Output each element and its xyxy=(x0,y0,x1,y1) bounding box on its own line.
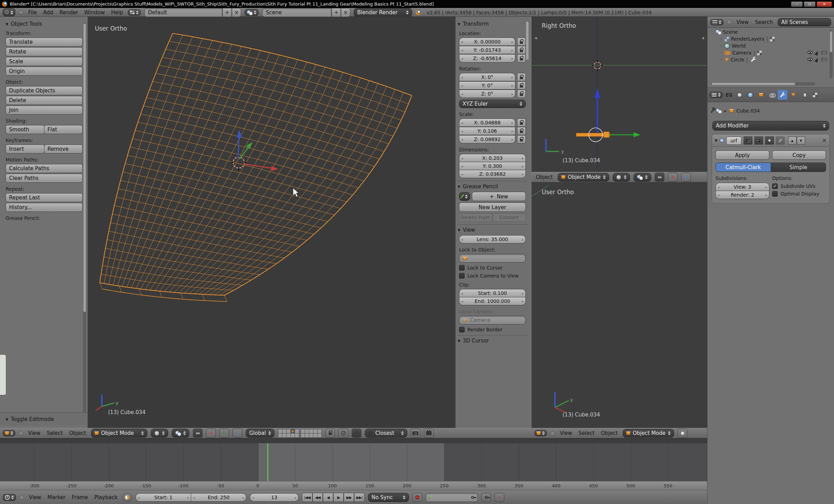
play-button[interactable]: ▶ xyxy=(333,493,344,502)
editor-type-properties[interactable] xyxy=(710,92,723,98)
lock-icon[interactable] xyxy=(517,135,526,143)
scene-icon[interactable] xyxy=(245,9,259,16)
duplicate-objects-button[interactable]: Duplicate Objects xyxy=(6,86,83,95)
transform-panel-header[interactable]: ▼Transform xyxy=(458,19,527,27)
render-subdivisions-field[interactable]: ◂Render: 2▸ xyxy=(716,191,769,199)
cursor-panel-header[interactable]: ▼3D Cursor xyxy=(458,335,527,344)
menu-view[interactable]: View xyxy=(27,430,42,436)
editor-type-timeline[interactable] xyxy=(3,494,16,501)
minimize-button[interactable]: – xyxy=(791,1,803,7)
move-up-icon[interactable]: ▲ xyxy=(788,137,796,144)
rotate-button[interactable]: Rotate xyxy=(6,47,83,56)
value-field[interactable]: ◂X: 0.203▸ xyxy=(459,154,526,162)
outliner-filter-select[interactable]: All Scenes xyxy=(778,18,831,26)
calculate-paths-button[interactable]: Calculate Paths xyxy=(6,164,83,173)
transform-orientation-select[interactable]: Global xyxy=(246,429,275,438)
lens-field[interactable]: ◂Lens: 35.000▸ xyxy=(459,235,526,243)
insert-button[interactable]: Insert xyxy=(6,144,44,154)
value-field[interactable]: ◂Y: 0.300▸ xyxy=(459,162,526,170)
collapse-icon[interactable] xyxy=(550,431,555,436)
local-camera-field[interactable]: Camera xyxy=(459,316,526,324)
menu-help[interactable]: Help xyxy=(110,9,124,16)
history--button[interactable]: History... xyxy=(6,203,83,212)
cage-display-icon[interactable] xyxy=(776,137,785,144)
editor-type-3dview[interactable] xyxy=(534,430,547,436)
main-3d-viewport[interactable]: y User Ortho (13) Cube.034 xyxy=(88,17,455,428)
editor-type-info[interactable]: ⓘ xyxy=(3,8,15,16)
value-field[interactable]: ◂X: 0.04888▸ xyxy=(459,118,515,127)
grease-new-button[interactable]: +New xyxy=(472,192,526,201)
insert-keyframe-icon[interactable] xyxy=(481,493,491,502)
scene-field[interactable]: Scene xyxy=(262,8,332,17)
keying-set-field[interactable] xyxy=(426,493,478,502)
lock-icon[interactable] xyxy=(517,90,526,98)
delete-frame-button[interactable]: Delete Fram xyxy=(459,213,492,222)
region-plus-icon[interactable]: ✦ xyxy=(701,36,706,41)
opengl-render-icon[interactable] xyxy=(411,429,420,438)
collapse-icon[interactable] xyxy=(19,10,23,15)
outliner-vscrollbar[interactable] xyxy=(829,30,833,79)
scale-manipulator-icon[interactable]: ⤢ xyxy=(232,429,242,438)
screen-layout-field[interactable]: Default xyxy=(144,8,222,17)
apply-button[interactable]: Apply xyxy=(716,150,769,160)
restore-button[interactable]: ▫ xyxy=(804,1,816,7)
lock-to-cursor-checkbox[interactable]: Lock to Cursor xyxy=(459,265,526,271)
material-tab[interactable] xyxy=(799,90,809,100)
expand-icon[interactable]: ◦ xyxy=(720,51,722,55)
menu-object[interactable]: Object xyxy=(68,430,88,436)
outliner-row-circle[interactable]: ◦Circle| xyxy=(711,56,832,63)
preview-range-icon[interactable] xyxy=(122,493,132,502)
selectability-cursor-icon[interactable] xyxy=(815,50,820,56)
jump-to-end-button[interactable]: ▶▶| xyxy=(354,493,365,502)
translate-manipulator-icon[interactable]: ✛ xyxy=(668,173,678,182)
lock-icon[interactable] xyxy=(517,73,526,81)
data-tab[interactable] xyxy=(788,90,798,100)
outliner-hscrollbar[interactable] xyxy=(711,82,815,85)
menu-marker[interactable]: Marker xyxy=(46,494,67,501)
new-layer-button[interactable]: New Layer xyxy=(459,203,526,212)
renderability-camera-icon[interactable] xyxy=(821,51,827,55)
origin-button[interactable]: Origin xyxy=(6,67,83,76)
lock-icon[interactable] xyxy=(517,118,526,127)
viewport-shading-icon[interactable] xyxy=(678,429,687,438)
viewport-shading-icon[interactable] xyxy=(151,429,168,438)
flat-button[interactable]: Flat xyxy=(44,125,83,134)
smooth-button[interactable]: Smooth xyxy=(6,125,44,134)
optimal-display-checkbox[interactable]: Optimal Display xyxy=(772,191,826,197)
render-tab[interactable] xyxy=(724,90,734,100)
constraints-tab[interactable] xyxy=(767,90,777,100)
add-modifier-select[interactable]: Add Modifier xyxy=(712,121,829,131)
lock-icon[interactable] xyxy=(517,127,526,135)
pivot-point-icon[interactable] xyxy=(633,173,651,182)
viewport-visibility-icon[interactable] xyxy=(754,137,763,144)
texture-tab[interactable] xyxy=(810,90,820,100)
expand-icon[interactable]: ◦ xyxy=(720,37,722,41)
right-ortho-viewport[interactable]: y Right Ortho (13) Cube.034 ✦ ✦ xyxy=(532,17,707,172)
menu-view[interactable]: View xyxy=(27,494,43,501)
visibility-eye-icon[interactable] xyxy=(808,51,813,54)
menu-frame[interactable]: Frame xyxy=(70,494,89,501)
menu-add[interactable]: Add xyxy=(42,9,55,16)
move-down-icon[interactable]: ▼ xyxy=(797,137,805,144)
outliner-row-camera[interactable]: ◦Camera| xyxy=(711,49,832,56)
mode-select[interactable]: Object Mode xyxy=(623,429,674,438)
editmode-display-icon[interactable] xyxy=(765,137,774,144)
menu-view[interactable]: View xyxy=(558,430,574,436)
remove-button[interactable]: Remove xyxy=(44,144,83,154)
outliner-row-scene[interactable]: ◦Scene xyxy=(711,28,832,35)
add-scene-button[interactable]: + xyxy=(332,8,341,17)
scene-tab[interactable] xyxy=(735,90,744,100)
render-visibility-icon[interactable] xyxy=(744,137,752,144)
selectability-cursor-icon[interactable] xyxy=(815,57,820,63)
snap-magnet-icon[interactable] xyxy=(352,429,361,438)
wireframe-object[interactable]: y xyxy=(88,17,455,428)
value-field[interactable]: ◂X: 0.00000▸ xyxy=(459,38,515,46)
current-frame-field[interactable]: ◂13▸ xyxy=(250,493,299,502)
visibility-eye-icon[interactable] xyxy=(808,58,813,61)
delete-scene-button[interactable]: × xyxy=(341,8,350,17)
snap-element-select[interactable]: Closest xyxy=(365,429,407,438)
user-ortho-viewport[interactable]: y User Ortho (13) Cube.034 xyxy=(532,182,707,428)
world-tab[interactable] xyxy=(745,90,755,100)
draw-mode-icon[interactable] xyxy=(459,192,470,201)
modifier-name-field[interactable]: urf xyxy=(726,137,742,145)
